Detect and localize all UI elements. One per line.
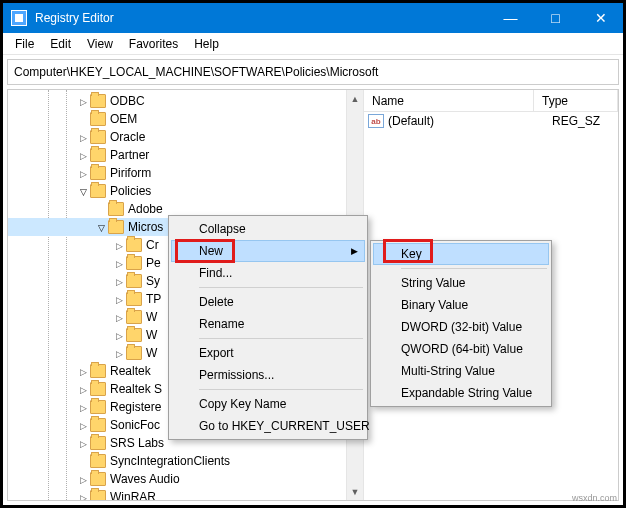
folder-icon [90,472,106,486]
submenu-item-expandable-string-value[interactable]: Expandable String Value [373,382,549,404]
folder-icon [126,346,142,360]
caret-right-icon[interactable] [76,402,90,413]
tree-item[interactable]: OEM [8,110,363,128]
caret-right-icon[interactable] [76,96,90,107]
caret-right-icon[interactable] [112,294,126,305]
tree-item[interactable]: Partner [8,146,363,164]
submenu-item-qword-64-bit-value[interactable]: QWORD (64-bit) Value [373,338,549,360]
folder-icon [90,94,106,108]
ctx-item-delete[interactable]: Delete [171,291,365,313]
folder-icon [90,184,106,198]
maximize-button[interactable]: □ [533,3,578,33]
ctx-item-label: Copy Key Name [199,397,286,411]
caret-right-icon[interactable] [76,168,90,179]
minimize-button[interactable]: — [488,3,533,33]
caret-right-icon[interactable] [112,276,126,287]
caret-right-icon[interactable] [76,474,90,485]
folder-icon [90,382,106,396]
footer-credit: wsxdn.com [572,493,617,503]
caret-right-icon[interactable] [112,330,126,341]
tree-item-label: Realtek S [110,382,162,396]
tree-item[interactable]: ODBC [8,92,363,110]
submenu-item-binary-value[interactable]: Binary Value [373,294,549,316]
folder-icon [90,166,106,180]
caret-right-icon[interactable] [112,258,126,269]
menu-separator [199,338,363,339]
tree-item[interactable]: Policies [8,182,363,200]
ctx-item-collapse[interactable]: Collapse [171,218,365,240]
caret-right-icon[interactable] [112,240,126,251]
ctx-item-export[interactable]: Export [171,342,365,364]
tree-item-label: W [146,310,157,324]
folder-icon [126,274,142,288]
tree-item[interactable]: Oracle [8,128,363,146]
folder-icon [90,454,106,468]
app-icon [11,10,27,26]
tree-item-label: SRS Labs [110,436,164,450]
string-value-icon: ab [368,114,384,128]
ctx-item-label: Export [199,346,234,360]
list-row[interactable]: ab(Default)REG_SZ [364,112,618,130]
menu-file[interactable]: File [7,35,42,53]
caret-right-icon[interactable] [76,150,90,161]
tree-item-label: Realtek [110,364,151,378]
ctx-item-label: Multi-String Value [401,364,495,378]
col-header-type[interactable]: Type [534,90,618,111]
col-header-name[interactable]: Name [364,90,534,111]
caret-right-icon[interactable] [76,492,90,501]
caret-right-icon[interactable] [76,384,90,395]
address-bar[interactable]: Computer\HKEY_LOCAL_MACHINE\SOFTWARE\Pol… [7,59,619,85]
tree-item-label: Piriform [110,166,151,180]
ctx-item-rename[interactable]: Rename [171,313,365,335]
context-submenu-new: KeyString ValueBinary ValueDWORD (32-bit… [370,240,552,407]
window-title: Registry Editor [35,11,488,25]
menu-edit[interactable]: Edit [42,35,79,53]
caret-right-icon[interactable] [76,366,90,377]
tree-item-label: Micros [128,220,163,234]
caret-right-icon[interactable] [112,312,126,323]
ctx-item-find[interactable]: Find... [171,262,365,284]
tree-item-label: OEM [110,112,137,126]
tree-item-label: WinRAR [110,490,156,500]
ctx-item-permissions[interactable]: Permissions... [171,364,365,386]
tree-item-label: ODBC [110,94,145,108]
submenu-item-dword-32-bit-value[interactable]: DWORD (32-bit) Value [373,316,549,338]
tree-item-label: Registere [110,400,161,414]
ctx-item-label: String Value [401,276,465,290]
ctx-item-go-to-hkey-current-user[interactable]: Go to HKEY_CURRENT_USER [171,415,365,437]
tree-item-label: Partner [110,148,149,162]
ctx-item-new[interactable]: New▶ [171,240,365,262]
caret-right-icon[interactable] [76,132,90,143]
menu-favorites[interactable]: Favorites [121,35,186,53]
scroll-down-icon[interactable]: ▼ [347,483,363,500]
ctx-item-label: Permissions... [199,368,274,382]
tree-item[interactable]: Waves Audio [8,470,363,488]
tree-item-label: Cr [146,238,159,252]
submenu-item-key[interactable]: Key [373,243,549,265]
submenu-item-multi-string-value[interactable]: Multi-String Value [373,360,549,382]
menu-view[interactable]: View [79,35,121,53]
menu-help[interactable]: Help [186,35,227,53]
tree-item[interactable]: WinRAR [8,488,363,500]
caret-down-icon[interactable] [94,222,108,233]
list-header: Name Type [364,90,618,112]
tree-item-label: TP [146,292,161,306]
ctx-item-label: QWORD (64-bit) Value [401,342,523,356]
menu-separator [199,389,363,390]
scroll-up-icon[interactable]: ▲ [347,90,363,107]
caret-right-icon[interactable] [76,438,90,449]
folder-icon [90,436,106,450]
tree-item[interactable]: SyncIntegrationClients [8,452,363,470]
ctx-item-copy-key-name[interactable]: Copy Key Name [171,393,365,415]
caret-right-icon[interactable] [76,420,90,431]
submenu-item-string-value[interactable]: String Value [373,272,549,294]
folder-icon [90,400,106,414]
folder-icon [126,328,142,342]
folder-icon [126,292,142,306]
tree-item[interactable]: Piriform [8,164,363,182]
caret-down-icon[interactable] [76,186,90,197]
ctx-item-label: Expandable String Value [401,386,532,400]
close-button[interactable]: ✕ [578,3,623,33]
tree-item-label: W [146,328,157,342]
caret-right-icon[interactable] [112,348,126,359]
